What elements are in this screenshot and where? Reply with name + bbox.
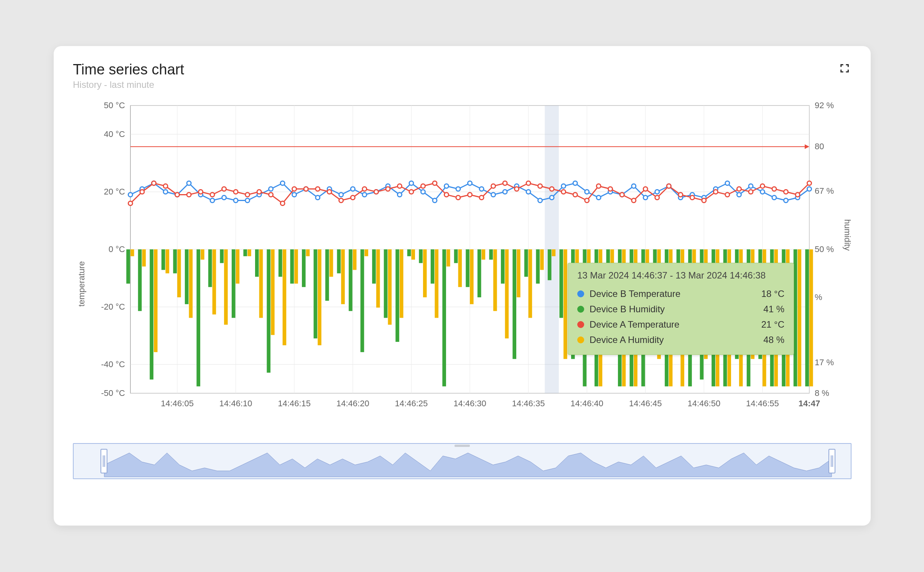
svg-point-177 <box>562 184 566 188</box>
chart-subtitle: History - last minute <box>73 79 184 90</box>
svg-rect-97 <box>318 249 321 345</box>
svg-point-191 <box>725 181 730 185</box>
y-right-tick: 67 % <box>815 186 834 196</box>
svg-point-184 <box>643 196 647 200</box>
svg-point-251 <box>737 187 741 191</box>
svg-rect-103 <box>388 249 392 325</box>
y-left-tick: 20 °C <box>104 187 125 196</box>
y-left-axis-title: temperature <box>77 261 86 307</box>
svg-point-153 <box>280 181 285 185</box>
tooltip-row: Device A Temperature21 °C <box>577 317 784 332</box>
y-right-tick: 80 <box>815 142 824 151</box>
svg-point-167 <box>444 184 448 188</box>
svg-rect-50 <box>454 249 458 263</box>
svg-rect-37 <box>302 249 306 287</box>
tooltip-title: 13 Mar 2024 14:46:37 - 13 Mar 2024 14:46… <box>577 270 784 281</box>
y-left-tick: -50 °C <box>101 388 125 398</box>
svg-point-176 <box>550 196 554 200</box>
svg-rect-28 <box>196 249 200 386</box>
svg-point-246 <box>679 193 683 197</box>
svg-point-171 <box>491 193 496 197</box>
time-scrubber[interactable] <box>73 443 852 479</box>
y-right-axis-title: humidity <box>843 219 852 251</box>
svg-point-213 <box>292 187 296 191</box>
svg-rect-83 <box>154 249 158 352</box>
svg-point-209 <box>245 193 250 197</box>
svg-point-203 <box>175 193 180 197</box>
svg-point-185 <box>655 190 659 194</box>
svg-rect-44 <box>384 249 388 318</box>
svg-point-252 <box>749 190 753 194</box>
svg-point-194 <box>760 190 764 194</box>
svg-point-165 <box>421 190 425 194</box>
svg-point-224 <box>421 184 425 188</box>
svg-point-198 <box>807 187 812 191</box>
svg-point-226 <box>444 193 448 197</box>
scrubber-handle-right[interactable] <box>828 449 835 473</box>
tooltip-series-value: 48 % <box>763 335 784 345</box>
svg-rect-20 <box>545 105 559 393</box>
chart-area[interactable]: 50 °C40 °C20 °C0 °C-20 °C-40 °C-50 °Ctem… <box>73 102 852 412</box>
svg-rect-93 <box>271 249 275 335</box>
svg-rect-111 <box>482 249 486 260</box>
scrubber-handle-left[interactable] <box>100 449 107 473</box>
svg-rect-43 <box>372 249 376 284</box>
svg-point-233 <box>526 181 530 185</box>
svg-rect-114 <box>517 249 520 297</box>
svg-point-152 <box>269 187 273 191</box>
svg-rect-23 <box>138 249 142 311</box>
y-left-tick: 50 °C <box>104 102 125 110</box>
svg-rect-95 <box>294 249 298 284</box>
x-tick: 14:47 <box>799 399 820 408</box>
tooltip-series-label: Device B Humidity <box>590 304 665 315</box>
svg-rect-25 <box>161 249 165 270</box>
svg-point-175 <box>538 198 542 203</box>
svg-rect-87 <box>201 249 204 260</box>
svg-point-180 <box>596 196 601 200</box>
svg-point-140 <box>128 193 133 197</box>
fullscreen-button[interactable] <box>838 61 852 75</box>
tooltip-series-label: Device A Temperature <box>590 319 679 330</box>
svg-point-239 <box>596 184 601 188</box>
svg-rect-81 <box>130 249 134 256</box>
svg-rect-39 <box>325 249 329 301</box>
tooltip-row: Device A Humidity48 % <box>577 332 784 348</box>
x-tick: 14:46:40 <box>570 399 603 408</box>
tooltip: 13 Mar 2024 14:46:37 - 13 Mar 2024 14:46… <box>568 263 794 355</box>
svg-rect-85 <box>177 249 181 297</box>
svg-point-206 <box>210 193 214 197</box>
y-right-tick: 8 % <box>815 388 829 398</box>
svg-point-143 <box>163 190 168 194</box>
svg-point-230 <box>491 184 496 188</box>
tooltip-color-dot <box>577 306 584 313</box>
y-right-tick: 92 % <box>815 102 834 110</box>
svg-rect-88 <box>212 249 216 315</box>
scrubber-grab-icon <box>455 445 470 447</box>
y-right-tick: 50 % <box>815 244 834 254</box>
y-right-tick: % <box>815 292 822 302</box>
svg-rect-59 <box>559 249 563 318</box>
svg-point-219 <box>362 187 367 191</box>
svg-rect-92 <box>259 249 263 318</box>
svg-point-253 <box>760 184 764 188</box>
svg-point-160 <box>362 193 367 197</box>
svg-point-225 <box>433 181 437 185</box>
svg-point-249 <box>713 190 718 194</box>
svg-point-243 <box>643 187 647 191</box>
tooltip-series-label: Device B Temperature <box>590 288 680 299</box>
svg-rect-24 <box>150 249 153 379</box>
svg-point-178 <box>573 181 577 185</box>
svg-point-195 <box>772 196 776 200</box>
svg-point-148 <box>222 196 226 200</box>
svg-rect-48 <box>431 249 435 284</box>
svg-point-254 <box>772 187 776 191</box>
svg-point-236 <box>562 190 566 194</box>
fullscreen-icon <box>839 63 850 74</box>
svg-rect-99 <box>341 249 345 304</box>
svg-rect-45 <box>395 249 399 342</box>
svg-rect-32 <box>243 249 247 256</box>
y-right-tick: 17 % <box>815 358 834 367</box>
header-block: Time series chart History - last minute <box>73 61 184 90</box>
svg-rect-91 <box>247 249 251 256</box>
svg-point-158 <box>339 193 343 197</box>
